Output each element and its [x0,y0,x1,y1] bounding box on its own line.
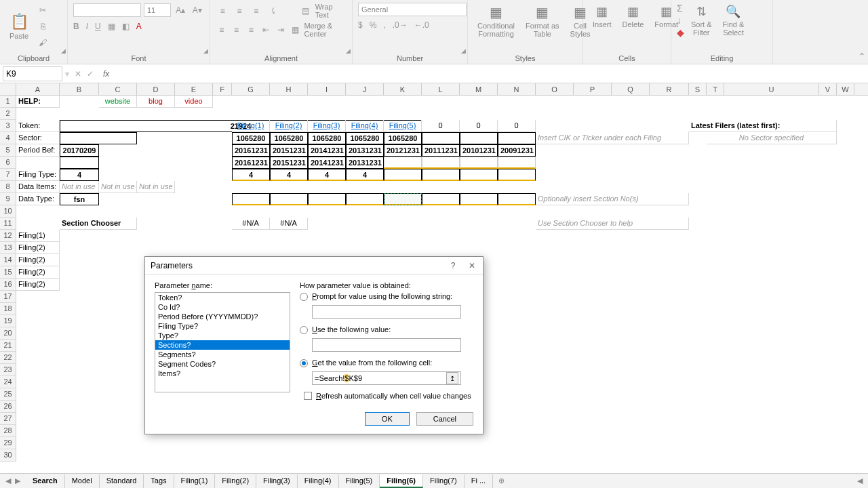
cell[interactable]: 0 [498,120,536,132]
cell[interactable]: Filing(2) [16,266,60,279]
cell[interactable]: Filing(1) [16,230,60,242]
cell[interactable] [460,132,498,144]
row-header[interactable]: 24 [0,376,16,388]
fill-color-button[interactable]: ◧ [122,22,130,31]
column-header[interactable]: C [99,83,137,95]
cell[interactable] [498,132,536,144]
row-header[interactable]: 3 [0,120,16,132]
decrease-font-icon[interactable]: A▾ [191,3,205,18]
font-name-input[interactable] [73,3,141,17]
cell[interactable]: 20141231 [308,144,346,157]
sheet-tab[interactable]: Fi ... [465,474,493,488]
cell[interactable]: Data Type: [16,193,60,205]
column-header[interactable]: U [724,83,819,95]
sheet-tab[interactable]: Filing(7) [423,474,465,488]
help-icon[interactable]: ? [448,261,458,270]
list-item[interactable]: Type? [155,331,290,340]
cell[interactable]: Not in use [137,181,175,193]
column-header[interactable]: F [213,83,232,95]
hscroll-left-icon[interactable]: ◀ [852,476,868,485]
fx-icon[interactable]: fx [99,69,113,79]
cell[interactable]: Data Items: [16,181,60,193]
cell[interactable]: 1065280 [308,132,346,144]
cell[interactable]: 4 [308,169,346,181]
cell[interactable]: Section Chooser [60,218,137,230]
cell[interactable] [422,132,460,144]
row-header[interactable]: 8 [0,181,16,193]
column-header[interactable]: P [574,83,612,95]
row-header[interactable]: 2 [0,108,16,120]
align-mid-icon[interactable]: ≡ [233,3,247,18]
list-item[interactable]: Segments? [155,350,290,359]
cell[interactable]: 20091231 [498,144,536,157]
column-header[interactable]: R [650,83,689,95]
row-header[interactable]: 14 [0,254,16,266]
cell[interactable] [422,193,460,205]
align-left-icon[interactable]: ≡ [216,22,228,37]
delete-button[interactable]: ▦ Delete [618,3,648,30]
cell[interactable] [498,169,536,181]
row-header[interactable]: 30 [0,449,16,462]
italic-button[interactable]: I [86,22,88,31]
indent-dec-icon[interactable]: ⇤ [260,22,272,37]
indent-inc-icon[interactable]: ⇥ [275,22,287,37]
cell[interactable] [498,193,536,205]
cell[interactable]: website [99,96,137,108]
cell[interactable]: 4 [60,169,99,181]
column-header[interactable]: B [60,83,99,95]
row-header[interactable]: 20 [0,327,16,340]
row-header[interactable]: 7 [0,169,16,181]
cell[interactable] [346,193,384,205]
cell[interactable]: Filing(2) [270,120,308,132]
row-header[interactable]: 10 [0,205,16,218]
cell[interactable]: blog [137,96,175,108]
inc-decimal-icon[interactable]: .0→ [393,20,408,30]
underline-button[interactable]: U [95,22,101,31]
column-header[interactable]: I [308,83,346,95]
row-header[interactable]: 19 [0,315,16,327]
dialog-titlebar[interactable]: Parameters ? ✕ [145,257,483,274]
column-header[interactable]: A [16,83,60,95]
row-header[interactable]: 25 [0,388,16,401]
select-all-corner[interactable] [0,83,16,95]
cell[interactable]: 20170209 [60,144,99,157]
currency-icon[interactable]: $ [358,20,363,30]
prompt-string-input[interactable] [312,305,461,319]
sort-filter-button[interactable]: ⇅ Sort & Filter [687,3,716,38]
cell[interactable]: 20101231 [460,144,498,157]
align-center-icon[interactable]: ≡ [231,22,243,37]
cell[interactable]: 20131231 [346,144,384,157]
next-sheet-icon[interactable]: ▶ [15,476,20,485]
wrap-text-icon[interactable]: ▤ [298,3,313,18]
dialog-launcher-icon[interactable]: ◢ [346,47,351,54]
column-header[interactable]: H [270,83,308,95]
row-header[interactable]: 22 [0,352,16,364]
cell[interactable]: 4 [270,169,308,181]
list-item[interactable]: Token? [155,293,290,302]
cell[interactable]: No Sector specified [707,132,837,144]
row-header[interactable]: 21 [0,340,16,352]
list-item[interactable]: Period Before (YYYYMMDD)? [155,312,290,321]
radio-prompt[interactable]: Prompt for value using the following str… [300,292,473,301]
cell[interactable]: Filing(2) [16,279,60,291]
cell[interactable]: 4 [346,169,384,181]
row-header[interactable]: 4 [0,132,16,144]
list-item[interactable]: Sections? [155,340,290,350]
row-header[interactable]: 9 [0,193,16,205]
cell[interactable]: Latest Filers (latest first): [689,120,837,132]
cell[interactable]: 1065280 [270,132,308,144]
new-sheet-icon[interactable]: ⊕ [493,476,510,485]
cell[interactable]: 4 [232,169,270,181]
cell[interactable]: Not in use [60,181,99,193]
cell[interactable] [384,169,422,181]
sheet-tab[interactable]: Filing(6) [380,474,423,488]
cell[interactable]: Use Section Chooser to help [536,218,689,230]
cell[interactable] [60,157,99,169]
cell[interactable]: Filing(2) [16,242,60,254]
sheet-tab[interactable]: Tags [144,474,174,488]
cell[interactable]: 20151231 [270,157,308,169]
cell[interactable]: 20151231 [270,144,308,157]
sheet-tab[interactable]: Filing(5) [339,474,380,488]
radio-cell[interactable]: Get the value from the following cell: [300,359,473,367]
percent-icon[interactable]: % [370,20,377,30]
